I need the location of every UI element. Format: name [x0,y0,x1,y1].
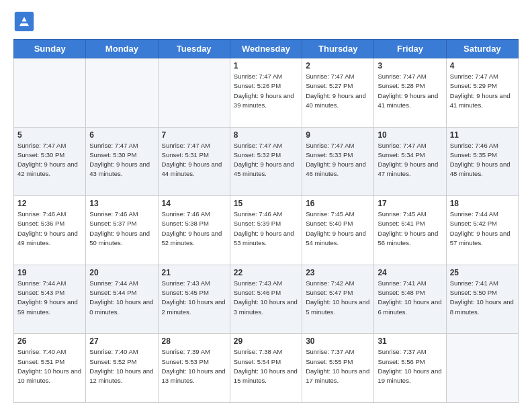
day-info: Sunrise: 7:46 AMSunset: 5:39 PMDaylight:… [234,210,298,248]
day-info: Sunrise: 7:45 AMSunset: 5:41 PMDaylight:… [378,210,442,248]
day-info: Sunrise: 7:47 AMSunset: 5:34 PMDaylight:… [378,141,442,179]
calendar-cell [86,58,158,128]
calendar-table: SundayMondayTuesdayWednesdayThursdayFrid… [13,39,519,403]
day-number: 24 [378,268,442,277]
day-info: Sunrise: 7:40 AMSunset: 5:51 PMDaylight:… [17,347,82,385]
page: SundayMondayTuesdayWednesdayThursdayFrid… [0,0,532,411]
calendar-cell: 19Sunrise: 7:44 AMSunset: 5:43 PMDayligh… [14,265,86,334]
day-number: 17 [378,199,442,208]
day-info: Sunrise: 7:41 AMSunset: 5:48 PMDaylight:… [378,279,442,317]
day-number: 10 [378,130,442,140]
day-info: Sunrise: 7:47 AMSunset: 5:30 PMDaylight:… [89,141,154,179]
calendar-cell: 23Sunrise: 7:42 AMSunset: 5:47 PMDayligh… [302,265,374,334]
calendar-cell [446,334,518,403]
calendar-cell: 25Sunrise: 7:41 AMSunset: 5:50 PMDayligh… [446,265,518,334]
calendar-cell: 15Sunrise: 7:46 AMSunset: 5:39 PMDayligh… [230,196,302,265]
calendar-cell: 24Sunrise: 7:41 AMSunset: 5:48 PMDayligh… [374,265,446,334]
day-info: Sunrise: 7:43 AMSunset: 5:46 PMDaylight:… [234,279,298,317]
calendar-header-row: SundayMondayTuesdayWednesdayThursdayFrid… [14,40,519,58]
calendar-cell: 10Sunrise: 7:47 AMSunset: 5:34 PMDayligh… [374,127,446,196]
day-info: Sunrise: 7:41 AMSunset: 5:50 PMDaylight:… [450,279,515,317]
calendar-cell [14,58,86,128]
day-number: 11 [450,130,515,140]
week-row-2: 5Sunrise: 7:47 AMSunset: 5:30 PMDaylight… [14,127,519,196]
svg-rect-2 [19,21,29,24]
calendar-cell: 31Sunrise: 7:37 AMSunset: 5:56 PMDayligh… [374,334,446,403]
calendar-cell: 29Sunrise: 7:38 AMSunset: 5:54 PMDayligh… [230,334,302,403]
day-info: Sunrise: 7:47 AMSunset: 5:31 PMDaylight:… [162,141,226,179]
day-number: 9 [306,130,370,140]
day-info: Sunrise: 7:46 AMSunset: 5:36 PMDaylight:… [17,210,82,248]
week-row-3: 12Sunrise: 7:46 AMSunset: 5:36 PMDayligh… [14,196,519,265]
day-header-thursday: Thursday [302,40,374,58]
calendar-cell: 6Sunrise: 7:47 AMSunset: 5:30 PMDaylight… [86,127,158,196]
day-info: Sunrise: 7:47 AMSunset: 5:27 PMDaylight:… [306,72,370,110]
day-info: Sunrise: 7:44 AMSunset: 5:42 PMDaylight:… [450,210,515,248]
day-number: 1 [234,61,298,71]
day-number: 30 [306,336,370,346]
day-info: Sunrise: 7:47 AMSunset: 5:32 PMDaylight:… [234,141,298,179]
calendar-cell: 9Sunrise: 7:47 AMSunset: 5:33 PMDaylight… [302,127,374,196]
day-number: 8 [234,130,298,140]
day-number: 6 [89,130,154,140]
calendar-cell: 2Sunrise: 7:47 AMSunset: 5:27 PMDaylight… [302,58,374,128]
day-number: 26 [17,336,82,346]
calendar-cell: 26Sunrise: 7:40 AMSunset: 5:51 PMDayligh… [14,334,86,403]
calendar-cell: 28Sunrise: 7:39 AMSunset: 5:53 PMDayligh… [158,334,230,403]
calendar-cell: 21Sunrise: 7:43 AMSunset: 5:45 PMDayligh… [158,265,230,334]
calendar-cell: 13Sunrise: 7:46 AMSunset: 5:37 PMDayligh… [86,196,158,265]
day-number: 5 [17,130,82,140]
calendar-cell: 20Sunrise: 7:44 AMSunset: 5:44 PMDayligh… [86,265,158,334]
day-info: Sunrise: 7:47 AMSunset: 5:29 PMDaylight:… [450,72,515,110]
calendar-cell: 3Sunrise: 7:47 AMSunset: 5:28 PMDaylight… [374,58,446,128]
day-info: Sunrise: 7:47 AMSunset: 5:26 PMDaylight:… [234,72,298,110]
day-number: 4 [450,61,515,71]
calendar-cell: 12Sunrise: 7:46 AMSunset: 5:36 PMDayligh… [14,196,86,265]
day-info: Sunrise: 7:44 AMSunset: 5:44 PMDaylight:… [89,279,154,317]
week-row-4: 19Sunrise: 7:44 AMSunset: 5:43 PMDayligh… [14,265,519,334]
calendar-cell: 27Sunrise: 7:40 AMSunset: 5:52 PMDayligh… [86,334,158,403]
day-header-friday: Friday [374,40,446,58]
day-number: 14 [162,199,226,208]
day-number: 22 [234,268,298,277]
day-info: Sunrise: 7:46 AMSunset: 5:38 PMDaylight:… [162,210,226,248]
day-number: 3 [378,61,442,71]
day-number: 20 [89,268,154,277]
day-info: Sunrise: 7:37 AMSunset: 5:56 PMDaylight:… [378,347,442,385]
week-row-5: 26Sunrise: 7:40 AMSunset: 5:51 PMDayligh… [14,334,519,403]
day-header-monday: Monday [86,40,158,58]
day-info: Sunrise: 7:46 AMSunset: 5:35 PMDaylight:… [450,141,515,179]
calendar-cell: 17Sunrise: 7:45 AMSunset: 5:41 PMDayligh… [374,196,446,265]
day-header-wednesday: Wednesday [230,40,302,58]
calendar-cell: 4Sunrise: 7:47 AMSunset: 5:29 PMDaylight… [446,58,518,128]
day-info: Sunrise: 7:44 AMSunset: 5:43 PMDaylight:… [17,279,82,317]
day-number: 16 [306,199,370,208]
calendar-cell: 8Sunrise: 7:47 AMSunset: 5:32 PMDaylight… [230,127,302,196]
day-number: 2 [306,61,370,71]
calendar-cell: 30Sunrise: 7:37 AMSunset: 5:55 PMDayligh… [302,334,374,403]
day-number: 25 [450,268,515,277]
day-info: Sunrise: 7:46 AMSunset: 5:37 PMDaylight:… [89,210,154,248]
logo [13,11,39,32]
day-header-saturday: Saturday [446,40,518,58]
header [13,11,519,32]
calendar-cell: 5Sunrise: 7:47 AMSunset: 5:30 PMDaylight… [14,127,86,196]
day-number: 31 [378,336,442,346]
day-number: 27 [89,336,154,346]
day-header-sunday: Sunday [14,40,86,58]
calendar-cell: 14Sunrise: 7:46 AMSunset: 5:38 PMDayligh… [158,196,230,265]
calendar-cell: 7Sunrise: 7:47 AMSunset: 5:31 PMDaylight… [158,127,230,196]
calendar-cell: 16Sunrise: 7:45 AMSunset: 5:40 PMDayligh… [302,196,374,265]
day-header-tuesday: Tuesday [158,40,230,58]
calendar-cell: 22Sunrise: 7:43 AMSunset: 5:46 PMDayligh… [230,265,302,334]
day-info: Sunrise: 7:42 AMSunset: 5:47 PMDaylight:… [306,279,370,317]
day-number: 29 [234,336,298,346]
day-number: 7 [162,130,226,140]
calendar-cell: 11Sunrise: 7:46 AMSunset: 5:35 PMDayligh… [446,127,518,196]
day-number: 13 [89,199,154,208]
day-info: Sunrise: 7:43 AMSunset: 5:45 PMDaylight:… [162,279,226,317]
day-number: 23 [306,268,370,277]
calendar-cell [158,58,230,128]
day-number: 12 [17,199,82,208]
day-number: 21 [162,268,226,277]
